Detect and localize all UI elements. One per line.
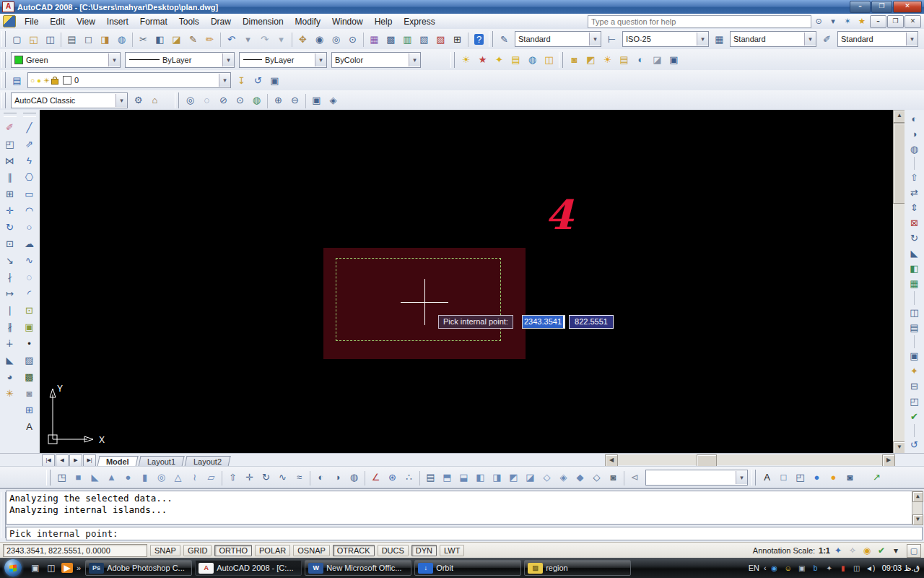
table-style-icon[interactable]: ▦ xyxy=(711,31,728,48)
toolbar-grip[interactable] xyxy=(751,470,756,486)
render-environment-icon[interactable]: ◐ xyxy=(632,51,649,68)
view-nw-iso-icon[interactable]: ◇ xyxy=(588,469,605,486)
tray-orbit-icon[interactable]: ◉ xyxy=(769,562,780,574)
named-views-icon[interactable]: ▤ xyxy=(422,469,439,486)
scroll-down-button[interactable]: ▼ xyxy=(912,514,923,525)
render-icon[interactable]: ▣ xyxy=(666,51,682,68)
rotate-icon[interactable]: ↻ xyxy=(1,219,19,236)
paste-icon[interactable]: ◪ xyxy=(168,31,185,48)
cut-icon[interactable]: ✂ xyxy=(135,31,152,48)
cone-icon[interactable]: ▲ xyxy=(103,469,120,486)
toolbar-grip[interactable] xyxy=(175,92,179,108)
quick-select-icon[interactable]: ✏ xyxy=(201,31,218,48)
chevron-down-icon[interactable]: ▾ xyxy=(222,53,234,66)
toolbar-grip[interactable] xyxy=(559,52,563,68)
coordinate-display[interactable]: 2343.3541, 822.5551, 0.0000 xyxy=(3,544,147,557)
loft-icon[interactable]: ≈ xyxy=(291,469,308,486)
intersect-icon[interactable]: ◍ xyxy=(346,469,362,486)
view-right-icon[interactable]: ◨ xyxy=(489,469,505,486)
trim-icon[interactable]: ∤ xyxy=(1,269,19,285)
plot-icon[interactable]: ▤ xyxy=(64,31,80,48)
zoom-center-icon[interactable]: ⊙ xyxy=(232,92,248,108)
view-sw-iso-icon[interactable]: ◇ xyxy=(539,469,555,486)
layer-states-manager-icon[interactable]: ▣ xyxy=(266,72,283,89)
window-switcher-icon[interactable]: ◫ xyxy=(44,561,58,575)
chamfer-icon[interactable]: ◣ xyxy=(1,352,19,368)
table-style-control[interactable]: Standard ▾ xyxy=(730,31,816,47)
ortho-toggle[interactable]: ORTHO xyxy=(214,545,252,556)
search-dropdown-icon[interactable]: ▾ xyxy=(826,14,840,28)
tray-bittorrent-icon[interactable]: b xyxy=(810,562,821,574)
chevron-down-icon[interactable]: ▾ xyxy=(315,53,326,66)
toolbar-grip[interactable] xyxy=(489,31,493,47)
designcenter-icon[interactable]: ▩ xyxy=(383,31,399,48)
conceptual-icon[interactable]: ● xyxy=(825,469,842,486)
language-indicator[interactable]: EN xyxy=(749,564,759,572)
subtract-icon[interactable]: ◑ xyxy=(906,126,923,142)
clock[interactable]: 09:03 ق.ظ xyxy=(882,564,920,573)
2d-wireframe-icon[interactable]: A xyxy=(759,469,775,486)
offset-icon[interactable]: ∥ xyxy=(1,169,19,186)
rectangle-icon[interactable]: ▭ xyxy=(21,186,38,202)
zoom-extents-icon[interactable]: ◈ xyxy=(325,92,341,108)
sun-properties-icon[interactable]: ◫ xyxy=(541,51,557,68)
point-icon[interactable]: • xyxy=(21,335,38,352)
favorites-star-icon[interactable]: ★ xyxy=(855,14,869,28)
tab-scroll-next[interactable]: ▶ xyxy=(69,454,82,467)
menu-help[interactable]: Help xyxy=(369,15,398,28)
hatch-icon[interactable]: ▨ xyxy=(21,352,38,368)
undo-icon[interactable]: ↶ xyxy=(223,31,240,48)
zoom-out-icon[interactable]: ⊖ xyxy=(287,92,303,108)
ducs-toggle[interactable]: DUCS xyxy=(378,545,409,556)
fillet-icon[interactable]: ◕ xyxy=(1,368,19,385)
shell-icon[interactable]: ◰ xyxy=(906,394,923,409)
materials-icon[interactable]: ◙ xyxy=(566,51,583,68)
annotation-update-icon[interactable]: ✔ xyxy=(875,545,888,557)
copy-icon[interactable]: ◰ xyxy=(1,136,19,152)
make-block-icon[interactable]: ▣ xyxy=(21,319,38,335)
construction-line-icon[interactable]: ⇗ xyxy=(21,136,38,152)
extend-icon[interactable]: ↦ xyxy=(1,285,19,302)
menu-view[interactable]: View xyxy=(71,15,101,28)
minimize-button[interactable]: – xyxy=(850,1,871,13)
previous-view-icon[interactable]: ⊲ xyxy=(627,469,643,486)
help-search-input[interactable] xyxy=(588,15,811,28)
osnap-toggle[interactable]: OSNAP xyxy=(293,545,330,556)
zoom-scale-icon[interactable]: ⊘ xyxy=(215,92,232,108)
layer-freeze-viewport-icon[interactable]: ☀ xyxy=(43,77,50,85)
start-button[interactable] xyxy=(4,559,22,577)
tab-scroll-last[interactable]: ▶| xyxy=(83,454,96,467)
help-icon[interactable]: ? xyxy=(471,31,487,48)
delete-faces-icon[interactable]: ⊠ xyxy=(906,215,923,230)
multileader-style-icon[interactable]: ✐ xyxy=(819,31,835,48)
copy-faces-icon[interactable]: ◧ xyxy=(906,261,923,276)
tab-layout2[interactable]: Layout2 xyxy=(184,456,230,467)
pan-icon[interactable]: ✥ xyxy=(295,31,311,48)
pyramid-icon[interactable]: △ xyxy=(170,469,186,486)
menu-modify[interactable]: Modify xyxy=(289,15,326,28)
distant-light-icon[interactable]: ✦ xyxy=(491,51,507,68)
move-icon[interactable]: ✛ xyxy=(1,202,19,219)
layer-control[interactable]: ○ ● ☀ 0 ▾ xyxy=(27,72,231,88)
save-icon[interactable]: ◫ xyxy=(42,31,58,48)
toolbar-overflow-arrow[interactable]: ↗ xyxy=(868,469,885,486)
drawing-canvas[interactable]: 4 Pick internal point: 2343.3541 822.555… xyxy=(40,110,893,453)
spline-icon[interactable]: ∿ xyxy=(21,252,38,269)
markup-set-manager-icon[interactable]: ▨ xyxy=(432,31,449,48)
fog-icon[interactable]: ◪ xyxy=(649,51,666,68)
tray-messenger-icon[interactable]: ☺ xyxy=(783,562,794,574)
table-icon[interactable]: ⊞ xyxy=(21,402,38,418)
3d-rotate-icon[interactable]: ↻ xyxy=(258,469,274,486)
make-objects-layer-current-icon[interactable]: ↧ xyxy=(233,72,250,89)
rotate-faces-icon[interactable]: ↻ xyxy=(906,230,923,246)
toolbar-lock-icon[interactable]: ◉ xyxy=(860,545,873,557)
horizontal-scroll-thumb[interactable] xyxy=(697,454,717,467)
chevron-down-icon[interactable]: ▾ xyxy=(589,33,601,46)
revision-cloud-icon[interactable]: ☁ xyxy=(21,236,38,252)
copy-edges-icon[interactable]: ◫ xyxy=(906,305,923,320)
taper-faces-icon[interactable]: ◣ xyxy=(906,246,923,261)
menu-dimension[interactable]: Dimension xyxy=(237,15,289,28)
insert-block-icon[interactable]: ⊡ xyxy=(21,302,38,319)
layer-properties-manager-icon[interactable]: ▤ xyxy=(9,72,25,89)
text-style-icon[interactable]: ✎ xyxy=(496,31,513,48)
